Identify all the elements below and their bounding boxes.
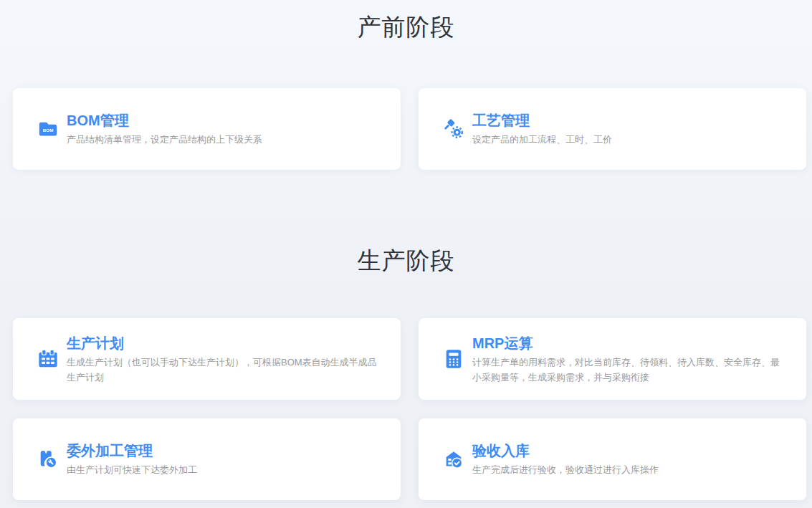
calendar-icon	[37, 348, 59, 370]
section-title: 产前阶段	[0, 0, 812, 43]
stage-section: 生产阶段 生产计划 生成生产计划（也可以手动下达生产计划），可根据BOM表自动生…	[0, 170, 812, 500]
module-card[interactable]: 委外加工管理 由生产计划可快速下达委外加工	[13, 418, 401, 500]
calculator-icon	[443, 348, 464, 370]
card-grid: BOM BOM管理 产品结构清单管理，设定产品结构的上下级关系 工艺管理 设定产…	[0, 88, 812, 170]
module-card[interactable]: MRP运算 计算生产单的用料需求，对比当前库存、待领料、待入库数、安全库存、最小…	[419, 318, 806, 400]
card-grid: 生产计划 生成生产计划（也可以手动下达生产计划），可根据BOM表自动生成半成品生…	[0, 318, 812, 500]
svg-text:BOM: BOM	[43, 128, 54, 133]
module-card-description: 生产完成后进行验收，验收通过进行入库操作	[472, 462, 785, 477]
module-card[interactable]: 生产计划 生成生产计划（也可以手动下达生产计划），可根据BOM表自动生成半成品生…	[13, 318, 401, 400]
module-card-title[interactable]: 验收入库	[472, 441, 785, 460]
module-card-description: 产品结构清单管理，设定产品结构的上下级关系	[67, 132, 379, 147]
warehouse-check-icon	[443, 449, 464, 470]
tool-gear-icon	[443, 118, 464, 140]
module-card-text: 生产计划 生成生产计划（也可以手动下达生产计划），可根据BOM表自动生成半成品生…	[67, 334, 379, 385]
module-card-text: 验收入库 生产完成后进行验收，验收通过进行入库操作	[472, 441, 785, 477]
production-modules-page: 产前阶段 BOM BOM管理 产品结构清单管理，设定产品结构的上下级关系 工艺管…	[0, 0, 812, 500]
module-card-text: MRP运算 计算生产单的用料需求，对比当前库存、待领料、待入库数、安全库存、最小…	[472, 334, 785, 385]
module-card-title[interactable]: 工艺管理	[472, 111, 785, 130]
module-card[interactable]: 工艺管理 设定产品的加工流程、工时、工价	[419, 88, 806, 170]
module-card[interactable]: 验收入库 生产完成后进行验收，验收通过进行入库操作	[419, 418, 806, 500]
module-card-title[interactable]: MRP运算	[472, 334, 785, 353]
bom-folder-icon: BOM	[37, 118, 59, 140]
package-wrench-icon	[37, 449, 59, 470]
stage-section: 产前阶段 BOM BOM管理 产品结构清单管理，设定产品结构的上下级关系 工艺管…	[0, 0, 812, 170]
module-card-text: 委外加工管理 由生产计划可快速下达委外加工	[67, 441, 379, 477]
module-card-description: 计算生产单的用料需求，对比当前库存、待领料、待入库数、安全库存、最小采购量等，生…	[472, 355, 785, 385]
module-card-text: 工艺管理 设定产品的加工流程、工时、工价	[472, 111, 785, 147]
module-card-description: 由生产计划可快速下达委外加工	[67, 462, 379, 477]
module-card-title[interactable]: BOM管理	[67, 111, 379, 130]
module-card-title[interactable]: 委外加工管理	[67, 441, 379, 460]
section-title: 生产阶段	[0, 170, 812, 277]
module-card-description: 设定产品的加工流程、工时、工价	[472, 132, 785, 147]
module-card-title[interactable]: 生产计划	[67, 334, 379, 353]
module-card-description: 生成生产计划（也可以手动下达生产计划），可根据BOM表自动生成半成品生产计划	[67, 355, 379, 385]
module-card[interactable]: BOM BOM管理 产品结构清单管理，设定产品结构的上下级关系	[13, 88, 401, 170]
module-card-text: BOM管理 产品结构清单管理，设定产品结构的上下级关系	[67, 111, 379, 147]
